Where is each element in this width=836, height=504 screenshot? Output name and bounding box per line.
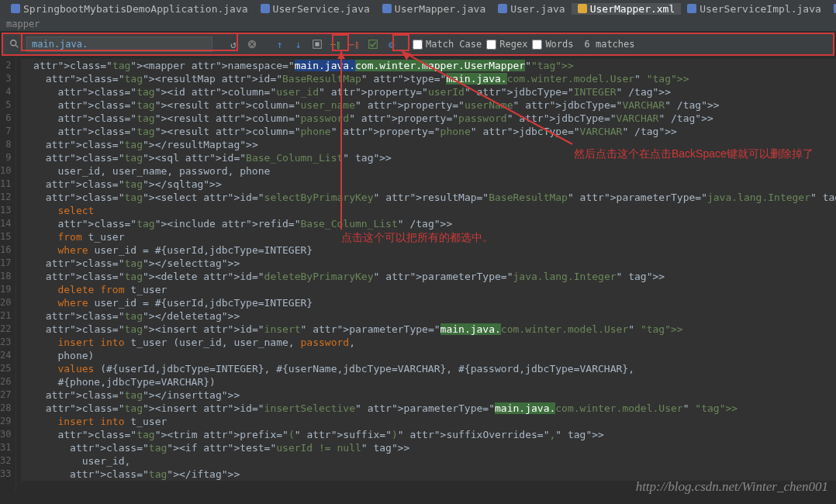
- code-line: user_id,: [21, 454, 836, 468]
- breadcrumb: mapper: [0, 17, 836, 31]
- search-bar: ↺ ↑ ↓ +⫿ −⫿ ⚙ Match Case Regex Words 6 m…: [2, 33, 834, 56]
- next-match-icon[interactable]: ↓: [292, 37, 306, 51]
- code-line: attr">class="tag"><insert attr">id="inse…: [21, 323, 836, 336]
- code-line: #{phone,jdbcType=VARCHAR}): [21, 375, 836, 388]
- code-area[interactable]: attr">class="tag"><mapper attr">namespac…: [16, 57, 836, 492]
- code-line: attr">class="tag"><select attr">id="sele…: [21, 191, 836, 204]
- words-checkbox[interactable]: Words: [532, 39, 573, 50]
- svg-line-1: [16, 45, 19, 48]
- java-file-icon: [687, 4, 696, 13]
- matches-count: 6 matches: [585, 39, 635, 50]
- code-line: select: [21, 204, 836, 217]
- svg-point-0: [11, 40, 16, 46]
- code-line: attr">class="tag"></resultMaptag">>: [21, 138, 836, 151]
- code-line: where user_id = #{userId,jdbcType=INTEGE…: [21, 296, 836, 309]
- code-line: attr">class="tag"><if attr">test="userId…: [21, 441, 836, 454]
- select-all-icon[interactable]: [310, 37, 324, 51]
- java-file-icon: [11, 4, 20, 13]
- history-icon[interactable]: ↺: [226, 37, 240, 51]
- java-file-icon: [382, 4, 392, 13]
- code-line: attr">class="tag"></deletetag">>: [21, 309, 836, 323]
- code-line: values (#{userId,jdbcType=INTEGER}, #{us…: [21, 362, 836, 375]
- code-line: attr">class="tag"></selecttag">>: [21, 257, 836, 270]
- select-all-occurrences-icon[interactable]: [366, 37, 380, 51]
- code-line: attr">class="tag"><resultMap attr">id="B…: [21, 72, 836, 85]
- code-line: attr">class="tag"><include attr">refid="…: [21, 217, 836, 230]
- add-selection-icon[interactable]: +⫿: [329, 37, 343, 51]
- search-icon: [8, 37, 22, 51]
- code-line: insert into t_user (user_id, user_name, …: [21, 336, 836, 349]
- code-line: where user_id = #{userId,jdbcType=INTEGE…: [21, 243, 836, 257]
- code-line: attr">class="tag"><result attr">column="…: [21, 125, 836, 138]
- tab-usermapper-java[interactable]: UserMapper.java: [376, 3, 492, 15]
- editor: 2345678910111213141516171819202122232425…: [0, 57, 836, 492]
- code-line: delete from t_user: [21, 283, 836, 296]
- code-line: attr">class="tag"><result attr">column="…: [21, 112, 836, 125]
- code-line: attr">class="tag"></inserttag">>: [21, 388, 836, 402]
- java-file-icon: [261, 4, 270, 13]
- gutter: 2345678910111213141516171819202122232425…: [0, 57, 16, 492]
- code-line: attr">class="tag"><id attr">column="user…: [21, 85, 836, 98]
- tab-userservice-java[interactable]: UserService.java: [254, 3, 376, 15]
- watermark: http://blog.csdn.net/Winter_chen001: [636, 479, 828, 495]
- code-line: attr">class="tag"><result attr">column="…: [21, 98, 836, 112]
- code-line: attr">class="tag"><mapper attr">namespac…: [21, 59, 836, 72]
- close-icon[interactable]: [245, 37, 259, 51]
- code-line: phone): [21, 349, 836, 362]
- java-file-icon: [498, 4, 507, 13]
- tab-sprin[interactable]: sprin: [827, 3, 836, 15]
- editor-tabs: SpringbootMybatisDemoApplication.javaUse…: [0, 0, 836, 17]
- code-line: from t_user: [21, 230, 836, 243]
- remove-selection-icon[interactable]: −⫿: [347, 37, 361, 51]
- code-line: attr">class="tag"></sqltag">>: [21, 178, 836, 191]
- code-line: attr">class="tag"><insert attr">id="inse…: [21, 402, 836, 415]
- regex-checkbox[interactable]: Regex: [486, 39, 527, 50]
- code-line: attr">class="tag"><trim attr">prefix="("…: [21, 428, 836, 441]
- prev-match-icon[interactable]: ↑: [273, 37, 287, 51]
- match-case-checkbox[interactable]: Match Case: [413, 39, 482, 50]
- svg-rect-6: [315, 42, 319, 46]
- xml-file-icon: [578, 4, 587, 13]
- tab-usermapper-xml[interactable]: UserMapper.xml: [572, 3, 682, 15]
- tab-userserviceimpl-java[interactable]: UserServiceImpl.java: [681, 3, 827, 15]
- code-line: attr">class="tag"><delete attr">id="dele…: [21, 270, 836, 283]
- code-line: user_id, user_name, password, phone: [21, 164, 836, 178]
- code-line: insert into t_user: [21, 415, 836, 428]
- gear-icon[interactable]: ⚙: [385, 37, 399, 51]
- tab-user-java[interactable]: User.java: [492, 3, 571, 15]
- svg-rect-7: [369, 40, 378, 49]
- search-input[interactable]: [26, 36, 212, 52]
- code-line: attr">class="tag"><sql attr">id="Base_Co…: [21, 151, 836, 164]
- tab-springbootmybatisdemoapplication-java[interactable]: SpringbootMybatisDemoApplication.java: [5, 3, 254, 15]
